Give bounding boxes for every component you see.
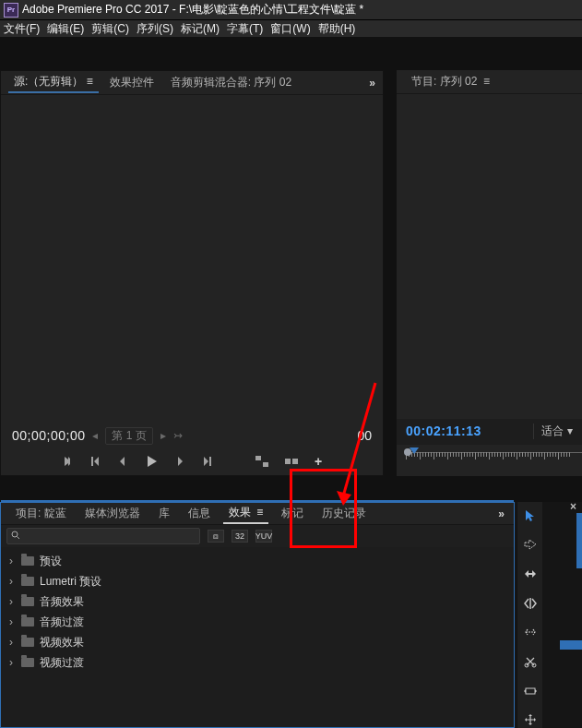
next-page-icon[interactable]: ▸ bbox=[160, 429, 166, 442]
svg-rect-1 bbox=[263, 462, 268, 467]
source-panel-tabs-overflow-icon[interactable]: » bbox=[369, 77, 375, 90]
tab-libraries[interactable]: 库 bbox=[153, 504, 175, 523]
effects-tabs-overflow-icon[interactable]: » bbox=[498, 507, 505, 520]
folder-icon bbox=[21, 638, 34, 647]
svg-line-7 bbox=[18, 537, 20, 540]
tab-source-noclip[interactable]: 源:（无剪辑） ≡ bbox=[8, 72, 99, 93]
go-in-icon[interactable] bbox=[89, 456, 101, 467]
ripple-edit-tool-icon[interactable] bbox=[522, 566, 539, 582]
rolling-edit-tool-icon[interactable] bbox=[522, 595, 539, 612]
program-panel-tabs: 节目: 序列 02 ≡ bbox=[397, 70, 582, 94]
play-icon[interactable] bbox=[145, 455, 158, 468]
32bit-filter-icon[interactable]: 32 bbox=[232, 530, 248, 543]
menu-clip[interactable]: 剪辑(C) bbox=[91, 21, 129, 37]
effects-search-input[interactable] bbox=[6, 528, 200, 544]
titlebar: Pr Adobe Premiere Pro CC 2017 - F:\电影\靛蓝… bbox=[0, 0, 582, 20]
app-icon: Pr bbox=[4, 3, 18, 18]
source-panel-tabs: 源:（无剪辑） ≡ 效果控件 音频剪辑混合器: 序列 02 » bbox=[1, 71, 383, 95]
prev-page-icon[interactable]: ◂ bbox=[92, 429, 98, 442]
svg-rect-0 bbox=[255, 456, 261, 460]
tree-item-video-effects[interactable]: › 视频效果 bbox=[6, 632, 508, 652]
program-monitor-viewport[interactable] bbox=[397, 94, 582, 419]
menu-sequence[interactable]: 序列(S) bbox=[137, 21, 173, 37]
tree-item-lumetri-presets[interactable]: › Lumetri 预设 bbox=[6, 571, 508, 591]
expand-icon[interactable]: › bbox=[6, 555, 16, 567]
insert-icon[interactable] bbox=[255, 456, 268, 467]
tab-info[interactable]: 信息 bbox=[183, 504, 216, 523]
tab-project[interactable]: 项目: 靛蓝 bbox=[10, 504, 72, 523]
add-button-icon[interactable]: + bbox=[315, 455, 322, 468]
timeline-tool-column bbox=[517, 502, 542, 728]
tab-media-browser[interactable]: 媒体浏览器 bbox=[79, 504, 146, 523]
accelerated-filter-icon[interactable]: ⧈ bbox=[208, 530, 224, 543]
tree-item-audio-effects[interactable]: › 音频效果 bbox=[6, 591, 508, 612]
tab-effect-controls[interactable]: 效果控件 bbox=[104, 73, 160, 92]
clip-segment[interactable] bbox=[560, 640, 582, 650]
slide-tool-icon[interactable] bbox=[522, 711, 539, 728]
tab-history[interactable]: 历史记录 bbox=[316, 504, 372, 523]
tree-item-audio-transitions[interactable]: › 音频过渡 bbox=[6, 612, 508, 632]
menu-window[interactable]: 窗口(W) bbox=[270, 21, 310, 37]
folder-icon bbox=[21, 556, 34, 566]
yuv-filter-icon[interactable]: YUV bbox=[255, 530, 272, 543]
go-out-icon[interactable] bbox=[202, 456, 213, 467]
razor-tool-icon[interactable] bbox=[522, 653, 539, 670]
slip-tool-icon[interactable] bbox=[522, 683, 539, 699]
source-timecode-left[interactable]: 00;00;00;00 bbox=[12, 428, 85, 443]
expand-icon[interactable]: › bbox=[6, 595, 16, 608]
source-panel: 源:（无剪辑） ≡ 效果控件 音频剪辑混合器: 序列 02 » 00;00;00… bbox=[0, 70, 384, 476]
search-icon bbox=[11, 530, 20, 543]
svg-point-6 bbox=[12, 531, 18, 537]
tree-item-video-transitions[interactable]: › 视频过渡 bbox=[6, 652, 508, 673]
svg-rect-3 bbox=[292, 459, 298, 464]
zoom-fit-label: 适合 bbox=[541, 424, 564, 439]
expand-icon[interactable]: › bbox=[6, 656, 16, 669]
program-timecode[interactable]: 00:02:11:13 bbox=[406, 424, 481, 438]
source-timecode-right: 00 bbox=[357, 428, 372, 443]
loop-icon[interactable]: ↣ bbox=[173, 429, 183, 442]
menu-file[interactable]: 文件(F) bbox=[4, 21, 40, 37]
mark-in-icon[interactable] bbox=[62, 456, 73, 467]
tree-item-label: 视频过渡 bbox=[40, 655, 84, 671]
expand-icon[interactable]: › bbox=[6, 615, 16, 628]
expand-icon[interactable]: › bbox=[6, 636, 16, 649]
effects-panel-tabs: 项目: 靛蓝 媒体浏览器 库 信息 效果 ≡ 标记 历史记录 » bbox=[1, 503, 514, 525]
search-input[interactable] bbox=[24, 531, 196, 542]
tree-item-label: 预设 bbox=[40, 554, 62, 569]
svg-rect-11 bbox=[526, 688, 535, 694]
track-select-tool-icon[interactable] bbox=[522, 537, 539, 554]
panel-menu-icon[interactable]: ≡ bbox=[256, 506, 263, 519]
expand-icon[interactable]: › bbox=[6, 575, 16, 588]
tab-program[interactable]: 节目: 序列 02 ≡ bbox=[406, 72, 495, 91]
effects-tree: › 预设 › Lumetri 预设 › 音频效果 › 音频过渡 bbox=[1, 547, 514, 676]
step-back-icon[interactable] bbox=[117, 456, 128, 467]
panel-menu-icon[interactable]: ≡ bbox=[483, 75, 490, 88]
overwrite-icon[interactable] bbox=[285, 456, 298, 467]
step-fwd-icon[interactable] bbox=[174, 456, 185, 467]
stage: 源:（无剪辑） ≡ 效果控件 音频剪辑混合器: 序列 02 » 00;00;00… bbox=[0, 37, 582, 728]
menu-edit[interactable]: 编辑(E) bbox=[47, 21, 84, 37]
selection-tool-icon[interactable] bbox=[522, 507, 539, 524]
menu-marker[interactable]: 标记(M) bbox=[181, 21, 220, 37]
tab-audio-clip-mixer[interactable]: 音频剪辑混合器: 序列 02 bbox=[165, 73, 297, 92]
svg-rect-2 bbox=[285, 459, 291, 464]
window-title: Adobe Premiere Pro CC 2017 - F:\电影\靛蓝色的心… bbox=[22, 2, 363, 18]
tab-markers[interactable]: 标记 bbox=[276, 504, 309, 523]
folder-icon bbox=[21, 597, 34, 606]
zoom-fit-dropdown[interactable]: 适合 ▾ bbox=[533, 424, 573, 439]
rate-stretch-tool-icon[interactable] bbox=[522, 625, 539, 641]
chevron-down-icon: ▾ bbox=[567, 424, 573, 437]
tree-item-presets[interactable]: › 预设 bbox=[6, 551, 508, 571]
program-panel: 节目: 序列 02 ≡ 00:02:11:13 适合 ▾ bbox=[397, 70, 582, 476]
program-time-ruler[interactable] bbox=[397, 445, 582, 476]
menubar: 文件(F) 编辑(E) 剪辑(C) 序列(S) 标记(M) 字幕(T) 窗口(W… bbox=[0, 20, 582, 37]
close-panel-icon[interactable]: × bbox=[570, 500, 576, 513]
playhead-icon[interactable] bbox=[410, 447, 419, 454]
tab-effects[interactable]: 效果 ≡ bbox=[223, 503, 269, 524]
menu-title[interactable]: 字幕(T) bbox=[227, 21, 263, 37]
panel-menu-icon[interactable]: ≡ bbox=[87, 75, 93, 88]
source-monitor-viewport[interactable] bbox=[1, 95, 383, 424]
menu-help[interactable]: 帮助(H) bbox=[318, 21, 356, 37]
lower-panels: 项目: 靛蓝 媒体浏览器 库 信息 效果 ≡ 标记 历史记录 » ⧈ 32 YU… bbox=[0, 502, 582, 728]
tree-item-label: 音频过渡 bbox=[40, 615, 84, 630]
